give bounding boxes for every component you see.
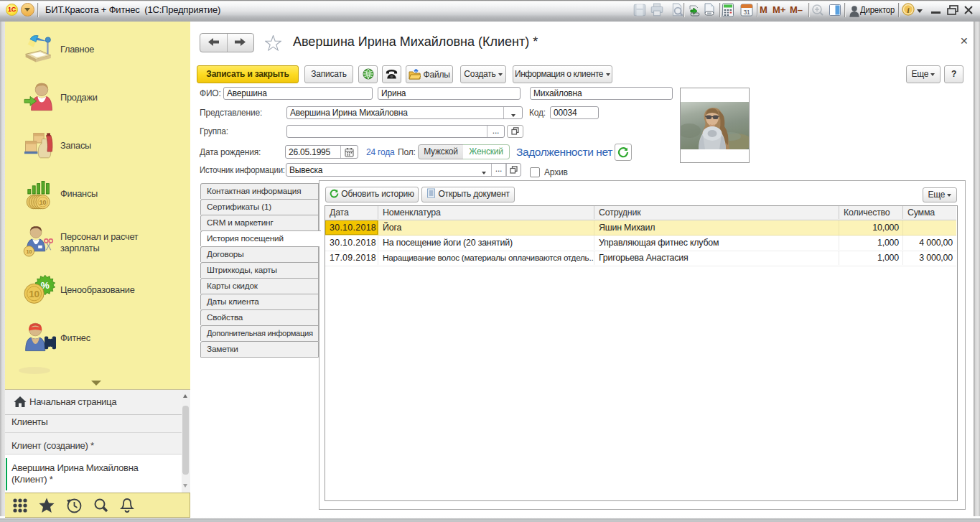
svg-text:10: 10 [39,199,47,206]
svg-text:10: 10 [29,289,39,299]
svg-text:i: i [907,6,910,14]
svg-text:10: 10 [27,248,32,255]
svg-text:31: 31 [743,9,750,16]
